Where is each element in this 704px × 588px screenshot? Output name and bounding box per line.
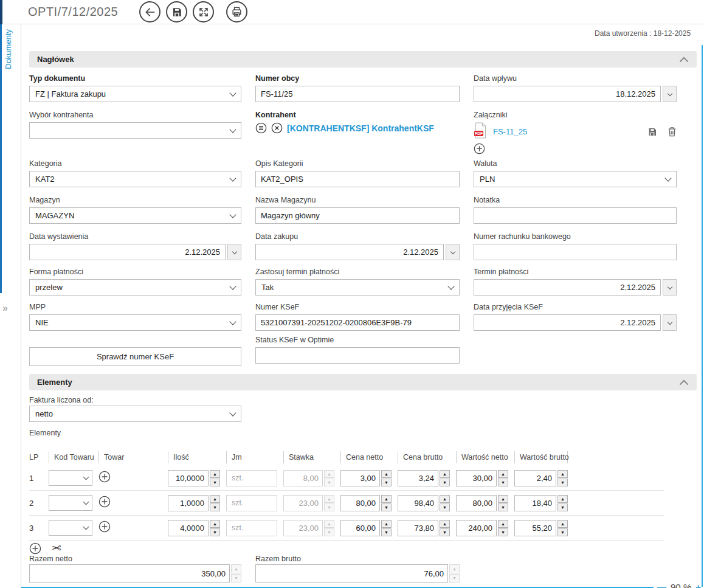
magazyn-select[interactable]: MAGAZYN xyxy=(29,207,241,224)
notatka-input[interactable] xyxy=(474,207,677,224)
ilosc-spinner[interactable]: 4,0000▲▼ xyxy=(168,520,220,536)
spin-down[interactable]: ▼ xyxy=(210,528,220,536)
numer-obcy-input[interactable]: FS-11/25 xyxy=(255,86,460,102)
cena-brutto-spinner[interactable]: 73,80▲▼ xyxy=(398,520,450,536)
cena-brutto-spinner[interactable]: 3,24▲▼ xyxy=(398,470,450,486)
date-dropdown-button[interactable] xyxy=(446,244,460,260)
collapse-chevron-up-icon[interactable] xyxy=(679,57,689,63)
attachment-delete-icon[interactable] xyxy=(668,126,677,137)
add-towar-icon[interactable] xyxy=(98,496,111,508)
cena-netto-spinner[interactable]: 80,00▲▼ xyxy=(340,495,392,511)
pdf-file-icon: PDF xyxy=(474,122,488,141)
kontrahent-clear-icon[interactable] xyxy=(271,122,283,134)
attachment-save-icon[interactable] xyxy=(647,127,657,137)
add-towar-icon[interactable] xyxy=(98,521,111,533)
forma-platnosci-select[interactable]: przelew xyxy=(29,279,241,296)
cena-netto-spinner[interactable]: 60,00▲▼ xyxy=(340,520,392,536)
back-button[interactable] xyxy=(139,1,160,22)
cena-netto-spinner[interactable]: 3,00▲▼ xyxy=(340,470,392,486)
save-button[interactable] xyxy=(166,1,187,22)
data-wplywu-datepicker[interactable]: 18.12.2025 xyxy=(474,86,677,102)
spin-up[interactable]: ▲ xyxy=(210,495,220,503)
spin-up[interactable]: ▲ xyxy=(381,495,392,503)
zoom-in-button[interactable]: + xyxy=(695,582,701,588)
kontrahent-menu-icon[interactable] xyxy=(255,122,267,134)
termin-platnosci-datepicker[interactable]: 2.12.2025 xyxy=(474,279,677,296)
spin-down[interactable]: ▼ xyxy=(557,528,568,536)
kod-towaru-select[interactable] xyxy=(49,470,92,486)
spin-up[interactable]: ▲ xyxy=(440,495,450,503)
sidebar-expander[interactable]: » xyxy=(2,303,7,314)
spin-down[interactable]: ▼ xyxy=(381,528,392,536)
wartosc-brutto-spinner[interactable]: 2,40▲▼ xyxy=(514,470,568,486)
mpp-select[interactable]: NIE xyxy=(29,314,241,331)
spin-up[interactable]: ▲ xyxy=(440,520,450,528)
fullscreen-button[interactable] xyxy=(193,1,214,22)
spin-up[interactable]: ▲ xyxy=(557,520,568,528)
spin-down[interactable]: ▼ xyxy=(440,479,450,486)
add-towar-icon[interactable] xyxy=(98,471,111,483)
scissors-icon[interactable]: ✂ xyxy=(52,541,61,555)
date-dropdown-button[interactable] xyxy=(663,86,677,102)
wartosc-netto-spinner[interactable]: 240,00▲▼ xyxy=(456,520,508,536)
status-ksef-input[interactable] xyxy=(255,347,460,364)
kod-towaru-select[interactable] xyxy=(49,495,92,511)
spin-up[interactable]: ▲ xyxy=(440,470,450,478)
cena-brutto-spinner[interactable]: 98,40▲▼ xyxy=(398,495,450,511)
print-button[interactable] xyxy=(226,1,247,22)
spin-down[interactable]: ▼ xyxy=(381,479,392,486)
typ-dokumentu-select[interactable]: FZ | Faktura zakupu xyxy=(29,86,241,102)
numer-rachunku-input[interactable] xyxy=(474,244,677,260)
ilosc-spinner[interactable]: 10,0000▲▼ xyxy=(168,470,220,486)
field-label: Data wpływu xyxy=(474,74,677,83)
spin-down[interactable]: ▼ xyxy=(498,479,508,486)
spin-down[interactable]: ▼ xyxy=(440,503,450,511)
add-row-icon[interactable] xyxy=(29,542,41,555)
spin-up[interactable]: ▲ xyxy=(210,520,220,528)
spin-down[interactable]: ▼ xyxy=(210,479,220,486)
spin-down[interactable]: ▼ xyxy=(210,503,220,511)
spin-down[interactable]: ▼ xyxy=(381,503,392,511)
spin-up[interactable]: ▲ xyxy=(498,520,508,528)
spin-down[interactable]: ▼ xyxy=(557,479,568,486)
wartosc-netto-spinner[interactable]: 80,00▲▼ xyxy=(456,495,508,511)
date-dropdown-button[interactable] xyxy=(663,279,677,296)
sprawdz-ksef-button[interactable]: Sprawdź numer KSeF xyxy=(29,347,241,366)
zastosuj-termin-select[interactable]: Tak xyxy=(255,279,460,296)
spin-up[interactable]: ▲ xyxy=(498,470,508,478)
spin-up[interactable]: ▲ xyxy=(210,470,220,478)
wartosc-netto-spinner[interactable]: 30,00▲▼ xyxy=(456,470,508,486)
wartosc-brutto-spinner[interactable]: 18,40▲▼ xyxy=(514,495,568,511)
add-attachment-icon[interactable] xyxy=(474,143,485,154)
faktura-liczona-select[interactable]: netto xyxy=(29,406,241,422)
kod-towaru-select[interactable] xyxy=(49,520,92,536)
data-przyjecia-ksef-datepicker[interactable]: 2.12.2025 xyxy=(474,314,677,331)
opis-kategorii-input[interactable]: KAT2_OPIS xyxy=(255,171,460,187)
spin-up[interactable]: ▲ xyxy=(498,495,508,503)
kategoria-select[interactable]: KAT2 xyxy=(29,171,241,187)
numer-ksef-input[interactable]: 5321007391-20251202-0200806E3F9B-79 xyxy=(255,314,460,331)
attachment-link[interactable]: FS-11_25 xyxy=(493,127,527,136)
kontrahent-link[interactable]: [KONTRAHENTKSF] KontrahentKSF xyxy=(287,123,434,133)
spin-up[interactable]: ▲ xyxy=(557,495,568,503)
nazwa-magazynu-input[interactable]: Magazyn główny xyxy=(255,207,460,224)
zoom-out-button[interactable]: — xyxy=(657,582,666,588)
waluta-select[interactable]: PLN xyxy=(474,171,677,187)
collapse-chevron-up-icon[interactable] xyxy=(679,379,689,386)
data-zakupu-datepicker[interactable]: 2.12.2025 xyxy=(255,244,460,260)
spin-up[interactable]: ▲ xyxy=(381,470,392,478)
date-dropdown-button[interactable] xyxy=(227,244,241,260)
ilosc-spinner[interactable]: 1,0000▲▼ xyxy=(168,495,220,511)
razem-netto-field: 350,00 ▲▼ xyxy=(29,564,241,583)
data-wystawienia-datepicker[interactable]: 2.12.2025 xyxy=(29,244,241,260)
spin-down[interactable]: ▼ xyxy=(498,528,508,536)
spin-up[interactable]: ▲ xyxy=(381,520,392,528)
spin-down[interactable]: ▼ xyxy=(440,528,450,536)
sidebar-tab-dokumenty[interactable]: Dokumenty xyxy=(4,29,13,69)
wartosc-brutto-spinner[interactable]: 55,20▲▼ xyxy=(514,520,568,536)
spin-up[interactable]: ▲ xyxy=(557,470,568,478)
spin-down[interactable]: ▼ xyxy=(557,503,568,511)
date-dropdown-button[interactable] xyxy=(663,314,677,331)
spin-down[interactable]: ▼ xyxy=(498,503,508,511)
wybor-kontrahenta-select[interactable] xyxy=(29,122,241,139)
